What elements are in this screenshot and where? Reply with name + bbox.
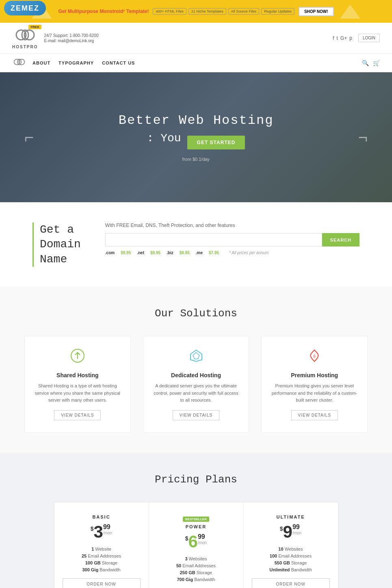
banner-items-list: 400+ HTML Files 21 Niche Templates All S… [153,8,294,15]
tld-net-price: $9.95 [150,251,160,255]
dedicated-hosting-btn[interactable]: VIEW DETAILS [173,410,219,420]
solutions-grid: Shared Hosting Shared Hosting is a type … [24,336,368,433]
hero-section: ⌐ Better Web Hosting : You GET STARTED f… [0,72,392,202]
hero-price: from $0.1/day [119,157,274,162]
facebook-icon[interactable]: f [333,35,334,41]
twitter-icon[interactable]: t [337,35,338,41]
ultimate-feature-2: 100 Email Addresses [252,553,330,558]
power-cents: 99 [198,533,205,540]
basic-feature-4: 300 Gig Bandwidth [63,567,141,572]
solution-card-shared: Shared Hosting Shared Hosting is a type … [24,336,131,433]
shop-now-button[interactable]: SHOP NOW! [299,7,334,16]
nav-about[interactable]: ABOUT [32,61,50,65]
hero-subtitle: : You [147,132,181,145]
plan-basic-name: BASIC [63,514,141,519]
pricing-card-basic: BASIC $ 3 99 /mon 1 Website 25 Email Add… [54,502,149,588]
header-left: FREE HOSTPRO 24/7 Support: 1-800-700-620… [12,27,98,49]
logo-text: HOSTPRO [12,45,38,49]
site-header: FREE HOSTPRO 24/7 Support: 1-800-700-620… [0,23,392,54]
domain-right: With FREE Email, DNS, Theft Protection, … [105,223,360,255]
domain-search-row: SEARCH [105,233,360,246]
shared-hosting-icon [33,348,122,366]
hero-content: Better Web Hosting : You GET STARTED fro… [102,97,290,178]
domain-prices: .com $9.95 .net $9.95 .biz $8.95 .me $7.… [105,251,360,255]
social-icons: f t G+ p [333,35,352,41]
free-badge: FREE [28,25,41,29]
pricing-section: Pricing Plans BASIC $ 3 99 /mon 1 Websit… [0,453,392,588]
domain-search-button[interactable]: SEARCH [322,233,360,246]
header-contact: 24/7 Support: 1-800-700-6200 E-mail: mai… [44,33,98,43]
banner-decoration-right [338,3,362,19]
solution-card-dedicated: Dedicated Hosting A dedicated server giv… [143,336,249,433]
pricing-title: Pricing Plans [24,473,368,486]
search-icon[interactable]: 🔍 [362,60,369,66]
tld-me-price: $7.95 [209,251,219,255]
login-button[interactable]: LOGIN [358,34,380,42]
premium-hosting-desc: Premium Hosting gives you server level p… [270,383,359,404]
shared-hosting-desc: Shared Hosting is a type of web hosting … [33,383,122,404]
ultimate-dollar: $ [280,525,283,532]
logo-area: FREE HOSTPRO [12,27,38,49]
plan-basic-price: $ 3 99 /mon [63,523,141,540]
tld-me-ext: .me [196,251,203,255]
power-number: 6 [188,533,198,550]
premium-hosting-icon [270,348,359,366]
nav-contact[interactable]: CONTACT US [102,61,135,65]
plan-power-price: $ 6 99 /mon [157,533,235,550]
svg-marker-2 [340,4,360,19]
nav-links: ABOUT TYPOGRAPHY CONTACT US [32,61,135,65]
power-feature-1: 3 Websites [157,556,235,561]
banner-text-content: Get Multipurpose Monstroid² Template! [58,9,149,14]
power-features: 3 Websites 50 Email Addresses 250 GB Sto… [157,556,235,582]
shared-hosting-btn[interactable]: VIEW DETAILS [54,410,101,420]
ultimate-period: /mon [292,531,301,535]
basic-number: 3 [94,523,103,540]
top-banner: Get Multipurpose Monstroid² Template! 40… [0,0,392,23]
premium-hosting-btn[interactable]: VIEW DETAILS [291,410,338,420]
basic-order-button[interactable]: ORDER NOW [63,578,141,588]
domain-search-input[interactable] [105,233,322,246]
ultimate-features: 10 Websites 100 Email Addresses 550 GB S… [252,547,330,572]
pinterest-icon[interactable]: p [349,35,352,41]
banner-item-2: 21 Niche Templates [188,8,226,15]
ultimate-cents: 99 [292,523,300,531]
ultimate-feature-1: 10 Websites [252,547,330,551]
bestseller-badge: BESTSELLER [183,517,209,522]
plan-ultimate-price: $ 9 99 /mon [252,523,330,540]
zemez-logo: ZEMEZ [4,1,46,15]
domain-title: Get aDomainName [32,223,81,267]
dedicated-hosting-desc: A dedicated server gives you the ultimat… [152,383,241,404]
shared-hosting-name: Shared Hosting [33,372,122,378]
nav-typography[interactable]: TYPOGRAPHY [58,61,94,65]
ultimate-number: 9 [283,523,292,540]
pricing-card-power: BESTSELLER POWER $ 6 99 /mon 3 Websites … [149,502,244,588]
pricing-card-ultimate: ULTIMATE $ 9 99 /mon 10 Websites 100 Ema… [244,502,338,588]
banner-item-1: 400+ HTML Files [153,8,186,15]
tld-com-ext: .com [105,251,115,255]
power-dollar: $ [185,535,188,542]
pricing-cards: BASIC $ 3 99 /mon 1 Website 25 Email Add… [54,502,338,588]
nav-right: 🔍 🛒 [362,60,380,66]
zemez-attribution: ZEMEZ [4,4,46,13]
price-note: * All prices per annum [229,251,269,255]
domain-description: With FREE Email, DNS, Theft Protection, … [105,223,360,228]
tld-com-price: $9.95 [121,251,131,255]
google-plus-icon[interactable]: G+ [340,35,347,41]
cart-icon[interactable]: 🛒 [373,60,380,66]
solutions-section: Our Solutions Shared Hosting Shared Host… [0,287,392,453]
basic-cents: 99 [103,523,110,531]
basic-feature-3: 100 GB Storage [63,560,141,565]
support-phone: 24/7 Support: 1-800-700-6200 [44,33,98,38]
hostpro-logo-icon [13,27,37,43]
tld-net-ext: .net [137,251,144,255]
power-feature-2: 50 Email Addresses [157,563,235,568]
get-started-button[interactable]: GET STARTED [187,136,245,149]
ultimate-order-button[interactable]: ORDER NOW [252,578,330,588]
basic-features: 1 Website 25 Email Addresses 100 GB Stor… [63,547,141,572]
basic-period: /mon [103,531,112,535]
power-feature-3: 250 GB Storage [157,570,235,575]
ultimate-feature-4: Unlimited Bandwidth [252,567,330,572]
hero-title: Better Web Hosting [119,113,274,128]
nav-logo-icon [12,57,26,67]
tld-biz-ext: .biz [167,251,173,255]
